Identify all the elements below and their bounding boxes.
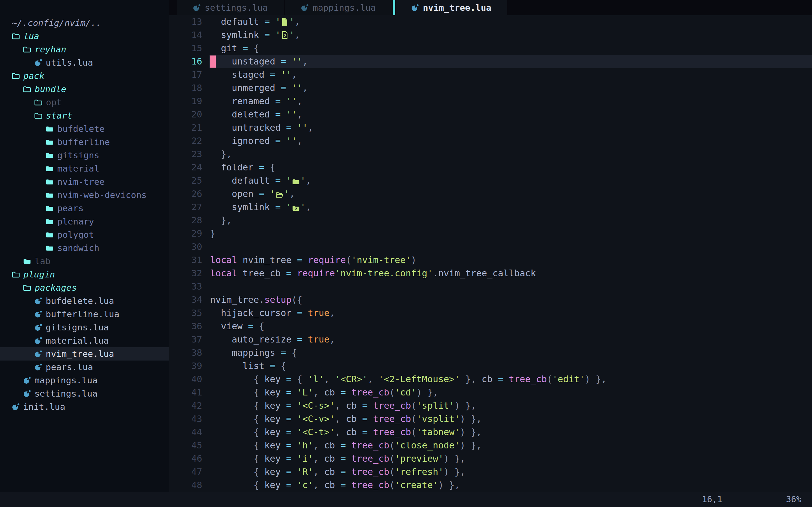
line-number: 30 [169, 240, 202, 253]
line-number: 35 [169, 306, 202, 320]
tab-nvim_tree.lua[interactable]: nvim_tree.lua [395, 0, 507, 15]
code-line-40[interactable]: 40 { key = { 'l', '<CR>', '<2-LeftMouse>… [169, 373, 812, 386]
code-line-20[interactable]: 20 deleted = '', [169, 108, 812, 121]
tab-label: settings.lua [205, 3, 268, 13]
line-number: 37 [169, 333, 202, 346]
tree-item-nvim_tree.lua[interactable]: nvim_tree.lua [0, 347, 169, 360]
code-token: = [281, 413, 297, 424]
code-line-42[interactable]: 42 { key = '<C-s>', cb = tree_cb('split'… [169, 399, 812, 412]
code-line-35[interactable]: 35 hijack_cursor = true, [169, 306, 812, 320]
code-line-27[interactable]: 27 symlink = '', [169, 201, 812, 214]
code-line-45[interactable]: 45 { key = 'h', cb = tree_cb('close_node… [169, 439, 812, 452]
tree-item-material[interactable]: material [0, 162, 169, 175]
code-token: ( [389, 440, 395, 451]
code-line-21[interactable]: 21 untracked = '', [169, 121, 812, 134]
code-token: key [264, 413, 281, 424]
tree-item-reyhan[interactable]: reyhan [0, 43, 169, 56]
tree-item-pack[interactable]: pack [0, 69, 169, 82]
code-line-17[interactable]: 17 staged = '', [169, 68, 812, 81]
tree-item-utils.lua[interactable]: utils.lua [0, 56, 169, 69]
code-token: = [259, 30, 275, 40]
code-line-14[interactable]: 14 symlink = '', [169, 29, 812, 42]
code-text: unmerged = '', [202, 81, 308, 95]
tree-item-pears.lua[interactable]: pears.lua [0, 360, 169, 374]
code-line-23[interactable]: 23 }, [169, 148, 812, 161]
code-line-39[interactable]: 39 list = { [169, 359, 812, 373]
code-line-33[interactable]: 33 [169, 280, 812, 293]
code-line-24[interactable]: 24 folder = { [169, 161, 812, 174]
code-line-36[interactable]: 36 view = { [169, 320, 812, 333]
code-token: ) }, [455, 400, 476, 411]
tree-item-packages[interactable]: packages [0, 281, 169, 294]
code-line-13[interactable]: 13 default = '', [169, 15, 812, 29]
tree-item-start[interactable]: start [0, 109, 169, 122]
folder-default-icon [292, 175, 300, 189]
code-line-46[interactable]: 46 { key = 'i', cb = tree_cb('preview') … [169, 452, 812, 465]
line-number: 47 [169, 465, 202, 478]
code-line-18[interactable]: 18 unmerged = '', [169, 81, 812, 95]
tree-item-gitsigns[interactable]: gitsigns [0, 149, 169, 162]
tree-item-pears[interactable]: pears [0, 202, 169, 215]
code-token: = [270, 202, 286, 212]
code-line-30[interactable]: 30 [169, 240, 812, 253]
code-token: { [270, 162, 275, 173]
code-token: , [313, 453, 324, 464]
code-line-26[interactable]: 26 open = '', [169, 187, 812, 201]
editor-buffer[interactable]: 13 default = '',14 symlink = '',15 git =… [169, 15, 812, 492]
lua-file-icon [23, 390, 31, 397]
code-line-22[interactable]: 22 ignored = '', [169, 134, 812, 148]
tree-item-plenary[interactable]: plenary [0, 215, 169, 228]
code-token: symlink [210, 202, 270, 212]
tree-item-nvim-web-devicons[interactable]: nvim-web-devicons [0, 188, 169, 202]
tree-item-bufdelete[interactable]: bufdelete [0, 122, 169, 135]
code-line-47[interactable]: 47 { key = 'R', cb = tree_cb('refresh') … [169, 465, 812, 478]
lua-file-icon [35, 324, 42, 331]
tree-item-bundle[interactable]: bundle [0, 82, 169, 96]
code-line-16[interactable]: 16 unstaged = '', [169, 55, 812, 68]
code-line-41[interactable]: 41 { key = 'L', cb = tree_cb('cd') }, [169, 386, 812, 399]
code-line-38[interactable]: 38 mappings = { [169, 346, 812, 359]
tree-item-lab[interactable]: lab [0, 255, 169, 268]
tree-item-bufferline[interactable]: bufferline [0, 135, 169, 149]
code-token: { [210, 440, 264, 451]
tree-item-material.lua[interactable]: material.lua [0, 334, 169, 347]
code-line-31[interactable]: 31local nvim_tree = require('nvim-tree') [169, 253, 812, 267]
code-line-43[interactable]: 43 { key = '<C-v>', cb = tree_cb('vsplit… [169, 412, 812, 426]
tree-item-nvim-tree[interactable]: nvim-tree [0, 175, 169, 188]
tree-item-lua[interactable]: lua [0, 30, 169, 43]
code-line-19[interactable]: 19 renamed = '', [169, 95, 812, 108]
code-token: nvim_tree [237, 255, 292, 265]
code-line-28[interactable]: 28 }, [169, 214, 812, 227]
code-line-25[interactable]: 25 default = '', [169, 174, 812, 187]
code-token: { [210, 413, 264, 424]
tree-item-bufdelete.lua[interactable]: bufdelete.lua [0, 294, 169, 307]
tree-item-settings.lua[interactable]: settings.lua [0, 387, 169, 400]
tree-item-plugin[interactable]: plugin [0, 268, 169, 281]
code-line-37[interactable]: 37 auto_resize = true, [169, 333, 812, 346]
code-token: , [368, 374, 378, 385]
code-line-48[interactable]: 48 { key = 'c', cb = tree_cb('create') }… [169, 478, 812, 492]
tree-item-sandwich[interactable]: sandwich [0, 241, 169, 255]
code-line-34[interactable]: 34nvim_tree.setup({ [169, 293, 812, 306]
line-number: 44 [169, 426, 202, 439]
string-token: '<C-t>' [297, 427, 335, 438]
code-token: list [210, 360, 264, 371]
tree-item-polygot[interactable]: polygot [0, 228, 169, 241]
tree-item-init.lua[interactable]: init.lua [0, 400, 169, 413]
folder-filled-icon [46, 218, 54, 225]
tree-item-mappings.lua[interactable]: mappings.lua [0, 374, 169, 387]
code-token: . [259, 294, 264, 305]
code-text: hijack_cursor = true, [202, 306, 335, 320]
code-token: folder [210, 162, 253, 173]
tree-item-label: utils.lua [46, 56, 93, 69]
code-line-29[interactable]: 29} [169, 227, 812, 240]
tree-item-label: pack [23, 69, 45, 82]
code-line-32[interactable]: 32local tree_cb = require'nvim-tree.conf… [169, 267, 812, 280]
tree-item-opt[interactable]: opt [0, 96, 169, 109]
code-line-44[interactable]: 44 { key = '<C-t>', cb = tree_cb('tabnew… [169, 426, 812, 439]
tab-settings.lua[interactable]: settings.lua [177, 0, 284, 15]
code-line-15[interactable]: 15 git = { [169, 42, 812, 55]
tree-item-gitsigns.lua[interactable]: gitsigns.lua [0, 321, 169, 334]
tab-mappings.lua[interactable]: mappings.lua [285, 0, 392, 15]
tree-item-bufferline.lua[interactable]: bufferline.lua [0, 307, 169, 321]
